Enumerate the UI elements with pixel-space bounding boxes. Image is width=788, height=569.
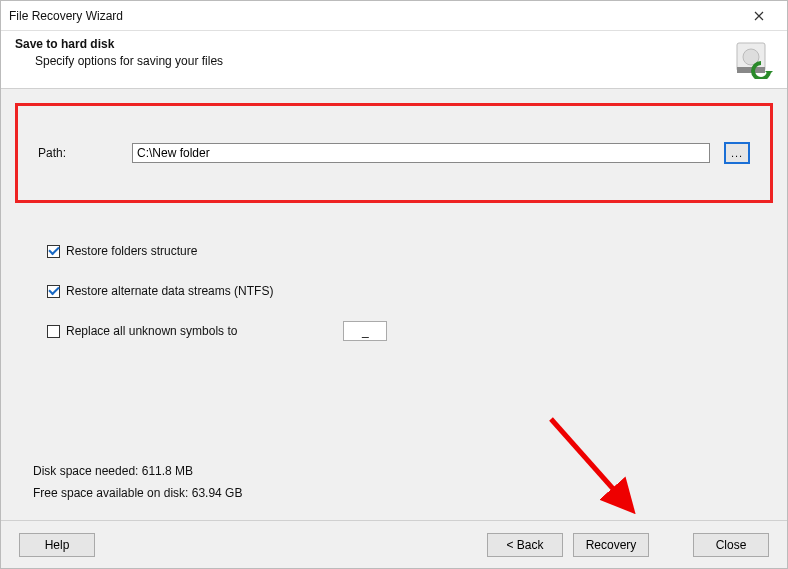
restore-ads-checkbox[interactable] <box>47 285 60 298</box>
replace-symbols-checkbox[interactable] <box>47 325 60 338</box>
hdd-recover-icon <box>733 39 773 79</box>
restore-ads-label: Restore alternate data streams (NTFS) <box>66 284 273 298</box>
close-button[interactable]: Close <box>693 533 769 557</box>
svg-rect-2 <box>737 67 765 73</box>
browse-button[interactable]: ... <box>724 142 750 164</box>
disk-info: Disk space needed: 611.8 MB Free space a… <box>33 460 242 504</box>
disk-needed: Disk space needed: 611.8 MB <box>33 460 242 482</box>
window-title: File Recovery Wizard <box>9 9 123 23</box>
back-button[interactable]: < Back <box>487 533 563 557</box>
replace-symbols-input[interactable] <box>343 321 387 341</box>
restore-folders-label: Restore folders structure <box>66 244 197 258</box>
option-replace-symbols: Replace all unknown symbols to <box>47 311 773 351</box>
path-input[interactable] <box>132 143 710 163</box>
header-subtitle: Specify options for saving your files <box>35 54 773 68</box>
options-group: Restore folders structure Restore altern… <box>47 231 773 351</box>
restore-folders-checkbox[interactable] <box>47 245 60 258</box>
wizard-footer: Help < Back Recovery Close <box>1 520 787 568</box>
path-highlight-box: Path: ... <box>15 103 773 203</box>
annotation-arrow-icon <box>541 409 661 529</box>
option-restore-folders: Restore folders structure <box>47 231 773 271</box>
option-restore-ads: Restore alternate data streams (NTFS) <box>47 271 773 311</box>
path-label: Path: <box>38 146 118 160</box>
replace-symbols-label: Replace all unknown symbols to <box>66 324 237 338</box>
close-icon[interactable] <box>739 4 779 28</box>
disk-free: Free space available on disk: 63.94 GB <box>33 482 242 504</box>
wizard-header: Save to hard disk Specify options for sa… <box>1 31 787 89</box>
help-button[interactable]: Help <box>19 533 95 557</box>
recovery-button[interactable]: Recovery <box>573 533 649 557</box>
wizard-content: Path: ... Restore folders structure Rest… <box>1 89 787 520</box>
header-title: Save to hard disk <box>15 37 773 51</box>
titlebar: File Recovery Wizard <box>1 1 787 31</box>
svg-line-3 <box>551 419 631 509</box>
